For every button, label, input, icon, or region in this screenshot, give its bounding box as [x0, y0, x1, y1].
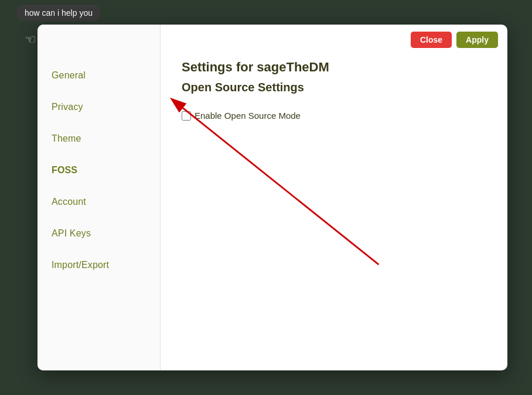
hand-icon: ☜ — [25, 32, 36, 47]
sidebar-item-account[interactable]: Account — [37, 186, 160, 218]
annotation-arrow — [161, 25, 507, 370]
enable-open-source-row: Enable Open Source Mode — [182, 111, 486, 121]
section-title: Open Source Settings — [182, 81, 486, 94]
dialog-body: General Privacy Theme FOSS Account API K… — [37, 25, 507, 370]
sidebar-item-foss[interactable]: FOSS — [37, 154, 160, 186]
settings-title: Settings for sageTheDM — [182, 60, 486, 75]
enable-open-source-checkbox[interactable] — [182, 111, 191, 121]
sidebar-item-import-export[interactable]: Import/Export — [37, 249, 160, 281]
close-button[interactable]: Close — [411, 32, 452, 48]
sidebar: General Privacy Theme FOSS Account API K… — [37, 25, 161, 370]
settings-dialog: Close Apply General Privacy Theme FOSS A… — [37, 25, 507, 370]
svg-line-1 — [183, 108, 378, 265]
help-tooltip: how can i help you — [16, 5, 101, 21]
sidebar-item-general[interactable]: General — [37, 60, 160, 91]
sidebar-item-theme[interactable]: Theme — [37, 123, 160, 154]
main-content: Settings for sageTheDM Open Source Setti… — [161, 25, 507, 370]
sidebar-item-privacy[interactable]: Privacy — [37, 91, 160, 123]
dialog-header: Close Apply — [401, 25, 507, 53]
sidebar-item-api-keys[interactable]: API Keys — [37, 218, 160, 249]
apply-button[interactable]: Apply — [456, 32, 498, 48]
enable-open-source-label[interactable]: Enable Open Source Mode — [195, 111, 301, 121]
